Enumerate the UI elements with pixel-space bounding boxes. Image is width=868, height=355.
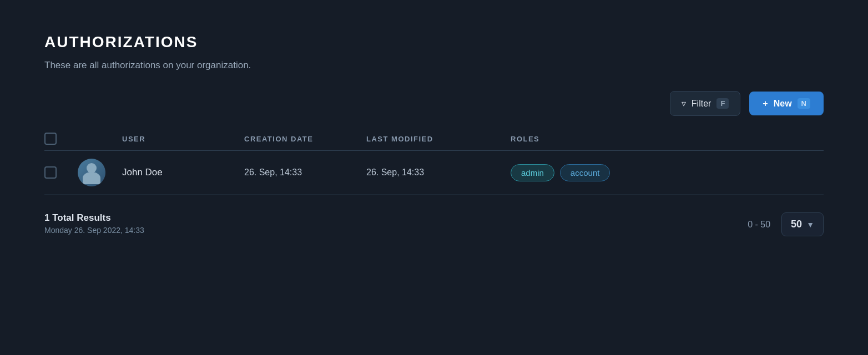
table-header: USER CREATION DATE LAST MODIFIED ROLES xyxy=(44,127,824,151)
pagination-range: 0 - 50 xyxy=(748,220,770,230)
new-label: New xyxy=(774,99,792,109)
pagination-area: 0 - 50 50 ▼ xyxy=(748,212,824,236)
filter-icon: ▿ xyxy=(682,98,686,109)
chevron-down-icon: ▼ xyxy=(806,220,814,229)
per-page-select[interactable]: 50 ▼ xyxy=(781,212,824,236)
new-kbd: N xyxy=(798,98,810,109)
avatar xyxy=(78,159,105,186)
avatar-img xyxy=(78,159,105,186)
header-creation-date: CREATION DATE xyxy=(244,135,366,143)
total-results-date: Monday 26. Sep 2022, 14:33 xyxy=(44,226,144,235)
header-last-modified: LAST MODIFIED xyxy=(366,135,511,143)
toolbar: ▿ Filter F + New N xyxy=(44,91,824,116)
plus-icon: + xyxy=(763,99,768,109)
user-name: John Doe xyxy=(122,167,163,178)
row-checkbox[interactable] xyxy=(44,166,57,179)
filter-kbd: F xyxy=(716,98,729,109)
table-container: USER CREATION DATE LAST MODIFIED ROLES J… xyxy=(44,127,824,195)
roles-cell: admin account xyxy=(511,164,824,181)
header-checkbox[interactable] xyxy=(44,133,57,145)
filter-label: Filter xyxy=(692,99,711,109)
total-results-area: 1 Total Results Monday 26. Sep 2022, 14:… xyxy=(44,212,144,235)
per-page-value: 50 xyxy=(791,219,802,230)
last-modified: 26. Sep, 14:33 xyxy=(366,168,424,177)
table-row[interactable]: John Doe 26. Sep, 14:33 26. Sep, 14:33 a… xyxy=(44,151,824,195)
new-button[interactable]: + New N xyxy=(749,92,824,115)
page-title: AUTHORIZATIONS xyxy=(44,33,824,51)
header-user: USER xyxy=(122,135,244,143)
user-name-cell: John Doe xyxy=(122,167,244,178)
footer: 1 Total Results Monday 26. Sep 2022, 14:… xyxy=(44,212,824,236)
avatar-cell xyxy=(78,159,122,186)
filter-button[interactable]: ▿ Filter F xyxy=(670,91,741,116)
creation-date-cell: 26. Sep, 14:33 xyxy=(244,168,366,178)
creation-date: 26. Sep, 14:33 xyxy=(244,168,302,177)
row-checkbox-cell xyxy=(44,166,78,179)
header-checkbox-col xyxy=(44,133,78,145)
header-roles: ROLES xyxy=(511,135,824,143)
total-results-label: 1 Total Results xyxy=(44,212,144,224)
page-subtitle: These are all authorizations on your org… xyxy=(44,60,824,71)
last-modified-cell: 26. Sep, 14:33 xyxy=(366,168,511,178)
role-badge-account: account xyxy=(560,164,610,181)
role-badge-admin: admin xyxy=(511,164,554,181)
